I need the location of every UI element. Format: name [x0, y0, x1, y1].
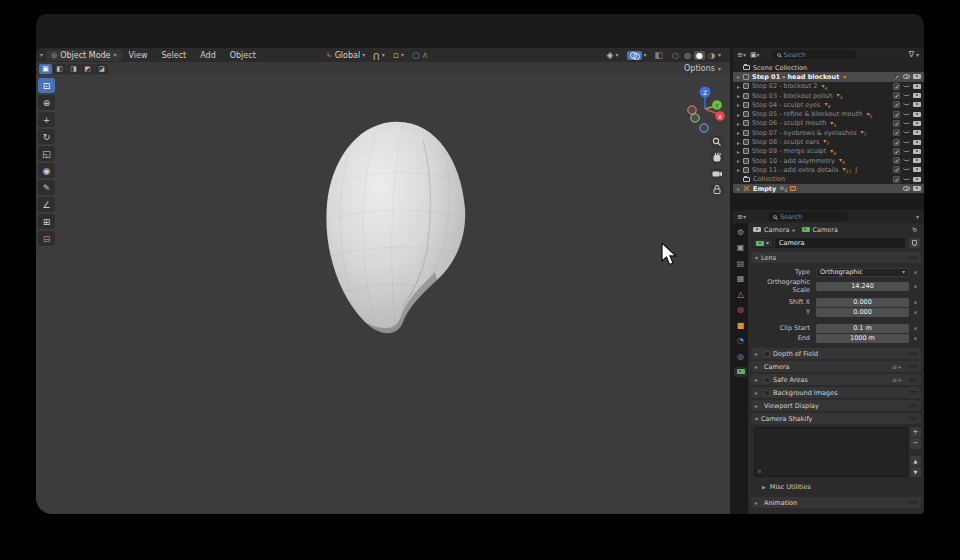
panel-viewport-display[interactable]: ▸ Viewport Display: [751, 400, 921, 411]
pivot-point-dropdown[interactable]: ▫ ▾: [389, 51, 408, 60]
properties-search-input[interactable]: Search: [768, 212, 848, 221]
selectability-checkbox[interactable]: [893, 157, 900, 164]
outliner-row-step-09[interactable]: ▸ Step 09 - merge sculpt ▾4: [733, 147, 924, 156]
mode-dropdown[interactable]: ◎ Object Mode ▾: [46, 50, 122, 61]
panel-lens[interactable]: ▾ Lens: [751, 252, 921, 263]
shift-y-slider[interactable]: 0.000: [816, 308, 909, 317]
snap-toggle[interactable]: U ▾: [369, 51, 389, 60]
camera-visibility-icon[interactable]: [913, 84, 921, 89]
lens-type-dropdown[interactable]: Orthographic ▾: [816, 268, 909, 277]
camera-visibility-icon[interactable]: [913, 167, 921, 172]
breadcrumb-object[interactable]: Camera: [764, 226, 790, 234]
panel-grip[interactable]: [909, 404, 917, 407]
tab-physics-icon[interactable]: ◔: [734, 336, 747, 346]
shading-material-icon[interactable]: ●: [694, 51, 705, 60]
outliner-item-label[interactable]: Step 10 - add asymmetry: [752, 157, 835, 165]
outliner-row-step-07[interactable]: ▸ Step 07 - eyebrows & eyelashes ▾7: [733, 128, 924, 137]
animate-dot-icon[interactable]: [914, 285, 917, 288]
outliner-row-step-03[interactable]: ▸ Step 03 - blockout polish ▾3: [733, 91, 924, 100]
outliner-row-collection[interactable]: Collection: [733, 175, 924, 184]
editor-type-chevron-icon[interactable]: ▾: [40, 52, 43, 58]
outliner-search-input[interactable]: Search: [772, 50, 856, 59]
tool-scale[interactable]: ◱: [38, 146, 55, 161]
head-blockout-mesh[interactable]: [295, 100, 495, 350]
select-mode-intersect[interactable]: ◪: [95, 64, 108, 74]
panel-grip[interactable]: [909, 378, 917, 381]
panel-grip[interactable]: [909, 365, 917, 368]
eye-closed-icon[interactable]: [903, 84, 910, 87]
select-mode-subtract[interactable]: ◨: [67, 64, 80, 74]
subpanel-misc-utilities[interactable]: ▶ Misc Utilities: [748, 481, 924, 492]
outliner-row-step-08[interactable]: ▸ Step 08 - sculpt ears ▾7: [733, 137, 924, 146]
outliner-item-label[interactable]: Collection: [753, 175, 785, 183]
tool-add-primitive[interactable]: ⊟: [38, 231, 55, 246]
panel-grip[interactable]: [909, 417, 917, 420]
eye-closed-icon[interactable]: [903, 93, 910, 96]
fake-user-toggle[interactable]: [909, 238, 920, 248]
outliner-item-label[interactable]: Step 11 - add extra details: [752, 166, 839, 174]
animate-dot-icon[interactable]: [914, 337, 917, 340]
shake-list-area[interactable]: [754, 427, 908, 477]
gizmos-dropdown[interactable]: ◈ ▾: [603, 51, 623, 60]
menu-add[interactable]: Add: [193, 51, 223, 60]
tool-transform[interactable]: ◉: [38, 163, 55, 178]
outliner-item-label[interactable]: Step 01 - head blockout: [752, 73, 839, 81]
animate-dot-icon[interactable]: [914, 311, 917, 314]
tool-add-cube[interactable]: ⊞: [38, 214, 55, 229]
camera-visibility-icon[interactable]: [913, 112, 921, 117]
id-type-dropdown[interactable]: ▾: [752, 238, 773, 248]
selectability-checkbox[interactable]: [893, 73, 900, 80]
presets-icon[interactable]: ≡+: [892, 376, 902, 383]
tab-object-data-icon[interactable]: [734, 367, 747, 377]
select-mode-extend[interactable]: ◧: [53, 64, 66, 74]
menu-select[interactable]: Select: [155, 51, 194, 60]
camera-visibility-icon[interactable]: [913, 102, 921, 107]
tool-measure[interactable]: ∠: [38, 197, 55, 212]
selectability-checkbox[interactable]: [893, 176, 900, 183]
panel-checkbox[interactable]: [764, 390, 770, 396]
list-remove-button[interactable]: −: [910, 438, 921, 448]
eye-closed-icon[interactable]: [903, 177, 910, 180]
shading-rendered-icon[interactable]: ◑: [706, 51, 717, 60]
outliner-item-label[interactable]: Step 03 - blockout polish: [752, 92, 833, 100]
options-button[interactable]: Options ▾: [684, 64, 721, 73]
tool-select-box[interactable]: ⊡: [38, 78, 55, 93]
outliner-row-step-05[interactable]: ▸ Step 05 - refine & blockout mouth ▾5: [733, 109, 924, 118]
outliner-row-empty[interactable]: ▸ Empty ⊕4: [733, 184, 924, 193]
shading-solid-icon[interactable]: ◍: [682, 51, 693, 60]
tab-render-icon[interactable]: ▣: [734, 243, 747, 253]
tab-view-layer-icon[interactable]: ▦: [734, 274, 747, 284]
camera-visibility-icon[interactable]: [913, 186, 921, 191]
outliner-item-label[interactable]: Step 02 - blockout 2: [752, 82, 817, 90]
panel-grip[interactable]: [909, 256, 917, 259]
chevron-down-icon[interactable]: ▾: [916, 214, 919, 220]
tab-constraints-icon[interactable]: ◎: [734, 351, 747, 361]
eye-closed-icon[interactable]: [903, 112, 910, 115]
list-add-button[interactable]: +: [910, 427, 921, 437]
outliner-item-label[interactable]: Step 05 - refine & blockout mouth: [752, 110, 862, 118]
selectability-checkbox[interactable]: [893, 139, 900, 146]
selectability-checkbox[interactable]: [893, 129, 900, 136]
selectability-checkbox[interactable]: [893, 166, 900, 173]
select-mode-invert[interactable]: ◩: [81, 64, 94, 74]
eye-closed-icon[interactable]: [903, 167, 910, 170]
eye-closed-icon[interactable]: [903, 158, 910, 161]
tab-output-icon[interactable]: ▤: [734, 258, 747, 268]
selectability-checkbox[interactable]: [893, 101, 900, 108]
outliner-item-label[interactable]: Step 04 - sculpt eyes: [752, 101, 820, 109]
transform-orientation-dropdown[interactable]: ∟ Global ▾: [323, 51, 369, 60]
panel-depth-of-field[interactable]: ▸ Depth of Field: [751, 348, 921, 359]
tab-scene-icon[interactable]: △: [734, 289, 747, 299]
panel-checkbox[interactable]: [764, 351, 770, 357]
ortho-scale-slider[interactable]: 14.240: [816, 282, 909, 291]
tool-rotate[interactable]: ↻: [38, 129, 55, 144]
shift-x-slider[interactable]: 0.000: [816, 298, 909, 307]
camera-visibility-icon[interactable]: [913, 158, 921, 163]
eye-closed-icon[interactable]: [903, 140, 910, 143]
eye-open-icon[interactable]: [903, 74, 910, 79]
outliner-row-step-11[interactable]: ▸ Step 11 - add extra details ▾11 ʃ: [733, 165, 924, 174]
panel-grip[interactable]: [909, 352, 917, 355]
panel-safe-areas[interactable]: ▸ Safe Areas ≡+: [751, 374, 921, 385]
panel-checkbox[interactable]: [764, 377, 770, 383]
outliner-row-step-01[interactable]: ▸ Step 01 - head blockout ▾: [733, 72, 924, 81]
